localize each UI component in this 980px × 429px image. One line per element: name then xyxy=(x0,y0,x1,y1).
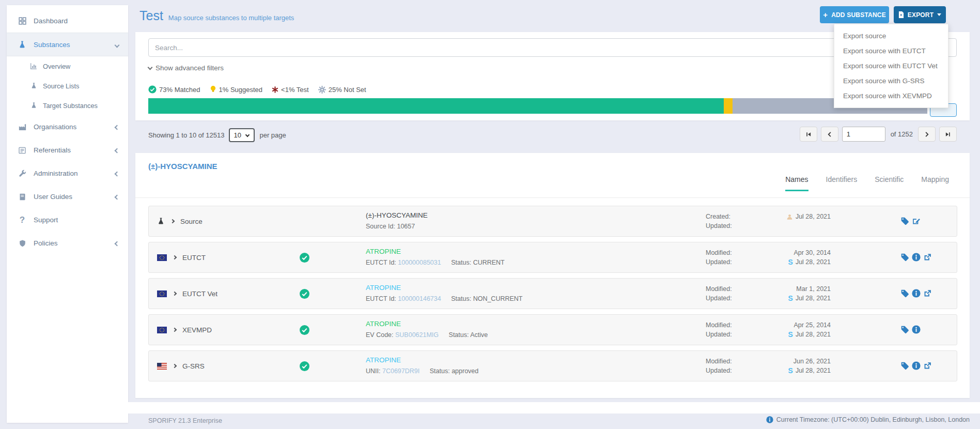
tab-scientific[interactable]: Scientific xyxy=(875,175,904,191)
tag-icon[interactable] xyxy=(900,253,909,262)
menu-item-export-source-gsrs[interactable]: Export source with G-SRS xyxy=(834,73,948,88)
flask-icon xyxy=(29,82,38,89)
flask-icon xyxy=(29,102,38,109)
timezone-info: Current Timezone: (UTC+00:00) Dublin, Ed… xyxy=(766,416,970,423)
spor-s-icon: S xyxy=(788,295,793,302)
sidebar-item-label: Target Substances xyxy=(43,102,98,110)
sidebar-item-administration[interactable]: Administration xyxy=(7,162,128,185)
sidebar-item-label: Referentials xyxy=(34,146,71,154)
legend-matched: 73% Matched xyxy=(148,85,200,94)
dashboard-grid-icon xyxy=(17,17,27,25)
sidebar-item-target-substances[interactable]: Target Substances xyxy=(7,96,128,115)
next-page-button[interactable] xyxy=(918,127,936,142)
source-system[interactable]: G-SRS xyxy=(157,351,205,381)
plus-icon: + xyxy=(823,10,828,19)
external-link-icon[interactable] xyxy=(923,289,932,298)
date-values: Apr 25, 2014 S Jul 28, 2021 xyxy=(727,320,831,339)
spor-s-icon: S xyxy=(788,258,793,266)
per-page-label: per page xyxy=(259,131,286,139)
substance-name: (±)-HYOSCYAMINE xyxy=(366,211,428,219)
tag-icon[interactable] xyxy=(900,325,909,334)
system-label: EUTCT Vet xyxy=(182,290,217,298)
sidebar-item-dashboard[interactable]: Dashboard xyxy=(7,9,128,33)
source-system[interactable]: EUTCT xyxy=(157,242,206,272)
info-icon[interactable] xyxy=(912,325,921,334)
ev-code-link[interactable]: SUB00621MIG xyxy=(395,331,439,339)
edit-icon[interactable] xyxy=(912,217,921,225)
chevron-left-icon xyxy=(115,146,119,154)
sidebar-item-label: User Guides xyxy=(34,193,72,201)
substance-detail: EV Code: SUB00621MIG Status: Active xyxy=(366,331,488,339)
substance-name[interactable]: ATROPINE xyxy=(366,356,401,364)
sidebar-item-label: Support xyxy=(34,216,58,224)
info-icon[interactable] xyxy=(912,361,921,370)
add-substance-label: ADD SUBSTANCE xyxy=(831,11,886,19)
unii-link[interactable]: 7C0697DR9I xyxy=(382,367,419,375)
menu-item-export-source-eutct[interactable]: Export source with EUTCT xyxy=(834,43,948,58)
external-link-icon[interactable] xyxy=(923,361,932,370)
sidebar-item-user-guides[interactable]: User Guides xyxy=(7,185,128,208)
sidebar-item-substances[interactable]: Substances xyxy=(7,33,128,56)
shield-icon xyxy=(17,239,27,248)
question-icon: ? xyxy=(17,215,27,225)
substance-detail: EUTCT Id: 100000085031 Status: CURRENT xyxy=(366,259,505,266)
menu-item-export-source[interactable]: Export source xyxy=(834,28,948,43)
export-button[interactable]: x EXPORT xyxy=(894,6,946,23)
pagination-controls: of 1252 xyxy=(800,127,957,142)
tab-names[interactable]: Names xyxy=(785,175,808,191)
menu-item-export-source-xevmpd[interactable]: Export source with XEVMPD xyxy=(834,88,948,103)
timezone-text: Current Timezone: (UTC+00:00) Dublin, Ed… xyxy=(776,416,970,423)
info-icon[interactable] xyxy=(912,253,921,262)
substance-name[interactable]: ATROPINE xyxy=(366,284,401,292)
tag-icon[interactable] xyxy=(900,289,909,298)
date-values: Apr 30, 2014 S Jul 28, 2021 xyxy=(727,248,831,267)
substance-tabs: Names Identifiers Scientific Mapping xyxy=(785,175,949,191)
page-number-input[interactable] xyxy=(842,127,885,142)
gear-icon xyxy=(318,86,326,94)
info-icon xyxy=(766,416,773,423)
eutct-id-link[interactable]: 100000146734 xyxy=(398,295,441,302)
sidebar-item-policies[interactable]: Policies xyxy=(7,232,128,255)
match-legend: 73% Matched 1% Suggested <1% Test 25% No… xyxy=(148,85,366,94)
tag-icon[interactable] xyxy=(900,217,909,225)
sidebar-item-overview[interactable]: Overview xyxy=(7,56,128,76)
first-page-button[interactable] xyxy=(800,127,817,142)
sidebar-item-support[interactable]: ? Support xyxy=(7,208,128,232)
substance-name[interactable]: ATROPINE xyxy=(366,248,401,255)
tab-mapping[interactable]: Mapping xyxy=(921,175,949,191)
tag-icon[interactable] xyxy=(900,361,909,370)
substance-row-eutct: EUTCT ATROPINE EUTCT Id: 100000085031 St… xyxy=(148,242,957,273)
legend-not-set: 25% Not Set xyxy=(318,86,366,94)
sidebar-item-source-lists[interactable]: Source Lists xyxy=(7,76,128,96)
export-dropdown-menu: Export source Export source with EUTCT E… xyxy=(834,24,948,108)
source-system[interactable]: XEVMPD xyxy=(157,315,212,345)
date-values: Jun 26, 2021 S Jul 28, 2021 xyxy=(727,357,831,375)
per-page-select[interactable]: 10 xyxy=(229,128,255,142)
chevron-down-icon xyxy=(148,65,153,70)
previous-page-button[interactable] xyxy=(821,127,838,142)
external-link-icon[interactable] xyxy=(923,253,932,262)
advanced-filters-toggle[interactable]: Show advanced filters xyxy=(148,64,224,72)
substance-name-heading[interactable]: (±)-HYOSCYAMINE xyxy=(148,162,217,171)
tab-identifiers[interactable]: Identifiers xyxy=(826,175,858,191)
substance-name[interactable]: ATROPINE xyxy=(366,320,401,328)
matched-check-icon xyxy=(300,253,309,263)
last-page-button[interactable] xyxy=(939,127,957,142)
sidebar-item-label: Overview xyxy=(43,63,70,70)
sidebar-item-organisations[interactable]: Organisations xyxy=(7,115,128,139)
chevron-right-icon xyxy=(173,292,177,296)
add-substance-button[interactable]: + ADD SUBSTANCE xyxy=(820,6,889,23)
source-system[interactable]: Source xyxy=(157,206,203,236)
info-icon[interactable] xyxy=(912,289,921,298)
sidebar-item-referentials[interactable]: Referentials xyxy=(7,139,128,162)
substance-row-eutct-vet: EUTCT Vet ATROPINE EUTCT Id: 10000014673… xyxy=(148,278,957,309)
menu-item-export-source-eutct-vet[interactable]: Export source with EUTCT Vet xyxy=(834,58,948,73)
eutct-id-link[interactable]: 100000085031 xyxy=(398,259,441,266)
substance-detail: EUTCT Id: 100000146734 Status: NON_CURRE… xyxy=(366,295,522,302)
sidebar-item-label: Administration xyxy=(34,170,78,177)
spor-s-icon: S xyxy=(788,367,793,374)
showing-text: Showing 1 to 10 of 12513 xyxy=(148,131,224,139)
excel-file-icon: x xyxy=(898,11,904,18)
status-value: NON_CURRENT xyxy=(473,295,523,302)
source-system[interactable]: EUTCT Vet xyxy=(157,279,217,309)
